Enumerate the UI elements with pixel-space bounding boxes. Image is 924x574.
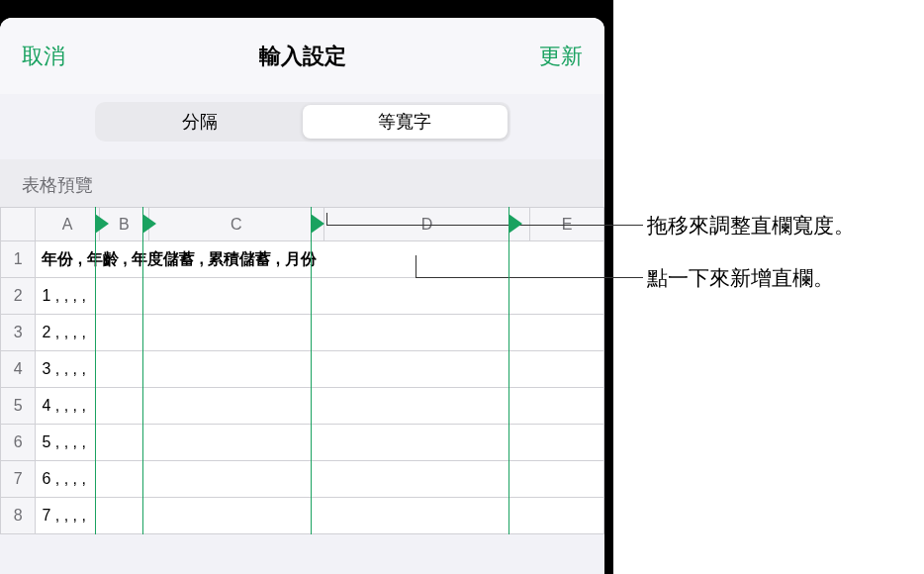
table-row: 1 年份 , 年齡 , 年度儲蓄 , 累積儲蓄 , 月份 (1, 241, 604, 278)
row-content[interactable]: 1 , , , , (36, 278, 604, 315)
column-drag-handle-icon[interactable] (508, 214, 522, 234)
row-number: 6 (1, 425, 36, 461)
row-number: 1 (1, 241, 36, 278)
row-number: 2 (1, 278, 36, 315)
row-number: 8 (1, 498, 36, 534)
section-label-preview: 表格預覽 (0, 159, 604, 207)
table-row: 7 6 , , , , (1, 461, 604, 498)
row-content[interactable]: 4 , , , , (36, 388, 604, 425)
callout-leader-line (326, 225, 643, 226)
row-content[interactable]: 2 , , , , (36, 315, 604, 351)
row-number: 3 (1, 315, 36, 351)
table-preview[interactable]: A B C D E 1 年份 , 年齡 , 年度儲蓄 , 累積儲蓄 , 月份 2… (0, 207, 604, 534)
column-drag-handle-icon[interactable] (311, 214, 324, 234)
table-row: 6 5 , , , , (1, 425, 604, 461)
row-content[interactable]: 年份 , 年齡 , 年度儲蓄 , 累積儲蓄 , 月份 (36, 241, 604, 278)
column-drag-handle-icon[interactable] (95, 214, 109, 234)
import-settings-sheet: 取消 輸入設定 更新 分隔 等寬字 表格預覽 A B C D E (0, 18, 604, 574)
callout-panel: 拖移來調整直欄寬度。 點一下來新增直欄。 (613, 0, 924, 574)
corner-cell (1, 208, 36, 241)
cancel-button[interactable]: 取消 (22, 42, 65, 71)
row-content[interactable]: 3 , , , , (36, 351, 604, 388)
callout-leader-line (326, 213, 327, 225)
row-content[interactable]: 5 , , , , (36, 425, 604, 461)
col-header-A[interactable]: A (36, 208, 100, 241)
table-row: 2 1 , , , , (1, 278, 604, 315)
column-drag-handle-icon[interactable] (142, 214, 156, 234)
segment-delimited[interactable]: 分隔 (98, 105, 303, 139)
row-content[interactable]: 7 , , , , (36, 498, 604, 534)
segment-fixed-width[interactable]: 等寬字 (303, 105, 508, 139)
table-row: 4 3 , , , , (1, 351, 604, 388)
table-row: 8 7 , , , , (1, 498, 604, 534)
col-header-C[interactable]: C (148, 208, 323, 241)
callout-leader-line (416, 277, 643, 278)
row-number: 7 (1, 461, 36, 498)
callout-drag-text: 拖移來調整直欄寬度。 (647, 212, 855, 239)
row-content[interactable]: 6 , , , , (36, 461, 604, 498)
table-row: 5 4 , , , , (1, 388, 604, 425)
preview-grid: A B C D E 1 年份 , 年齡 , 年度儲蓄 , 累積儲蓄 , 月份 2… (0, 207, 604, 534)
update-button[interactable]: 更新 (539, 42, 583, 71)
callout-leader-line (416, 255, 416, 277)
sheet-header: 取消 輸入設定 更新 (0, 18, 604, 94)
layout-segmented-control[interactable]: 分隔 等寬字 (95, 102, 510, 142)
row-number: 4 (1, 351, 36, 388)
sheet-title: 輸入設定 (259, 42, 346, 71)
table-row: 3 2 , , , , (1, 315, 604, 351)
callout-tap-text: 點一下來新增直欄。 (647, 264, 834, 292)
row-number: 5 (1, 388, 36, 425)
